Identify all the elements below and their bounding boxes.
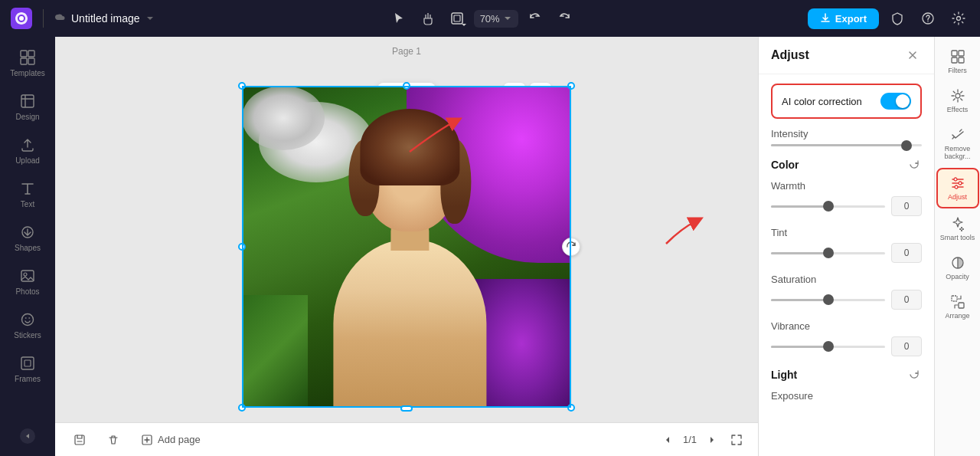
tint-thumb[interactable] [823,248,834,258]
expand-button[interactable] [727,431,746,449]
topbar-right: Export [808,6,971,31]
toggle-knob [896,94,910,108]
next-page-button[interactable] [703,431,721,449]
handle-bottom-left[interactable] [238,404,246,412]
help-button[interactable] [916,6,940,31]
warmth-thumb[interactable] [823,201,834,212]
warmth-value[interactable]: 0 [891,196,922,216]
add-page-button[interactable]: Add page [135,431,207,449]
right-sidebar-item-opacity[interactable]: Opacity [936,249,979,287]
right-sidebar-item-filters[interactable]: Filters [936,43,979,80]
tint-value[interactable]: 0 [891,243,922,263]
canva-logo-icon [11,8,32,29]
prev-page-button[interactable] [658,431,677,449]
svg-rect-39 [959,303,964,308]
saturation-fill [771,299,828,301]
sidebar-item-shapes[interactable]: Shapes [3,218,52,258]
color-section-header: Color [771,157,922,172]
intensity-thumb[interactable] [901,140,912,151]
handle-middle-bottom[interactable] [400,405,413,412]
portrait-image [242,86,571,408]
undo-button[interactable] [523,6,547,31]
vibrance-slider-track[interactable] [771,346,885,348]
svg-rect-9 [21,58,27,64]
app-logo[interactable] [9,6,34,31]
text-label: Text [21,200,34,208]
delete-button[interactable] [101,431,126,449]
sidebar-collapse-button[interactable] [20,428,35,444]
document-title-area[interactable]: Untitled image [53,11,155,25]
intensity-slider-track[interactable] [771,144,922,146]
sidebar-item-photos[interactable]: Photos [3,261,52,302]
light-reset-button[interactable] [906,367,922,382]
sidebar-item-stickers[interactable]: Stickers [3,305,52,346]
svg-point-5 [927,21,928,21]
right-sidebar-item-remove-bg[interactable]: Remove backgr... [936,121,979,166]
sidebar-item-templates[interactable]: Templates [3,43,52,84]
right-sidebar-item-smart-tools[interactable]: Smart tools [936,210,979,248]
smart-tools-label: Smart tools [940,234,975,241]
intensity-fill [771,144,906,146]
image-content [242,86,571,408]
handle-top-left[interactable] [238,82,246,90]
right-sidebar-item-effects[interactable]: Effects [936,82,979,120]
svg-point-35 [959,182,962,185]
page-label: Page 1 [392,46,421,57]
handle-bottom-right[interactable] [567,404,575,412]
page-indicator: 1/1 [683,434,697,445]
help-icon [921,11,935,25]
undo-icon [528,11,542,25]
saturation-value[interactable]: 0 [891,290,922,310]
selected-image-container[interactable] [242,86,571,408]
color-reset-button[interactable] [906,157,922,172]
vibrance-thumb[interactable] [823,341,834,352]
photos-label: Photos [15,287,39,296]
save-version-button[interactable] [67,431,92,449]
svg-rect-8 [28,51,34,57]
filters-label: Filters [948,67,967,74]
add-page-label: Add page [158,434,201,445]
filters-icon [950,49,965,64]
svg-rect-10 [28,58,34,64]
vibrance-fill [771,346,828,348]
zoom-control[interactable]: 70% [474,10,518,28]
sidebar-item-frames[interactable]: Frames [3,349,52,389]
svg-point-6 [957,17,961,21]
shield-icon-button[interactable] [885,6,910,31]
saturation-label: Saturation [771,274,922,285]
rotate-handle[interactable] [562,238,580,256]
green-leaves-bottom [242,295,308,408]
saturation-thumb[interactable] [823,294,834,305]
adjust-icon [950,176,965,191]
redo-button[interactable] [552,6,577,31]
arrange-label: Arrange [945,312,969,320]
tint-slider-track[interactable] [771,252,885,254]
vibrance-value[interactable]: 0 [891,336,922,356]
right-sidebar-item-adjust[interactable]: Adjust [936,168,979,208]
vibrance-label: Vibrance [771,320,922,332]
title-dropdown-icon [145,13,155,24]
saturation-slider-track[interactable] [771,299,885,301]
handle-top-right[interactable] [567,82,575,90]
svg-point-14 [24,273,27,276]
panel-close-button[interactable] [903,46,922,64]
cloud-save-icon [53,11,67,25]
sidebar-item-text[interactable]: Text [3,174,52,215]
handle-middle-left[interactable] [238,243,246,251]
svg-point-1 [19,16,24,21]
ai-color-correction-toggle[interactable] [880,93,911,110]
frame-tool-button[interactable] [445,6,469,31]
select-tool-button[interactable] [387,6,411,31]
bottom-right-controls: 1/1 [658,431,746,449]
warmth-slider-track[interactable] [771,205,885,208]
sidebar-item-design[interactable]: Design [3,87,52,127]
saturation-slider-container: Saturation 0 [771,274,922,310]
hand-tool-button[interactable] [416,6,440,31]
settings-icon [952,11,965,25]
export-button[interactable]: Export [808,8,879,29]
sidebar-item-upload[interactable]: Upload [3,130,52,171]
right-sidebar-item-arrange[interactable]: Arrange [936,288,979,326]
settings-button[interactable] [946,6,971,31]
add-page-icon [141,434,153,446]
handle-middle-top[interactable] [403,82,410,90]
